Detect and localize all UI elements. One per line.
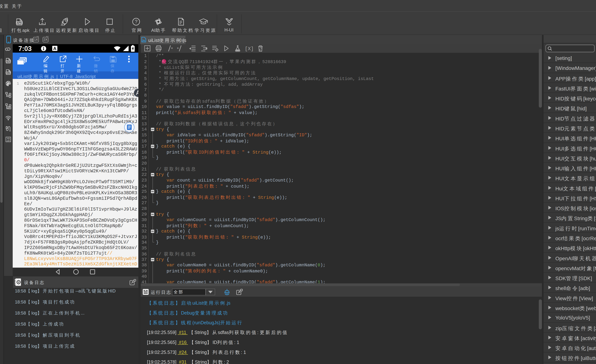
- svg-text:*: *: [176, 47, 179, 52]
- svg-text:APK: APK: [6, 60, 10, 62]
- svg-text:?: ?: [135, 19, 137, 24]
- svg-text:[X]: [X]: [246, 46, 253, 52]
- svg-text:*: *: [171, 47, 173, 52]
- svg-text:A: A: [53, 46, 56, 51]
- svg-text:XML: XML: [6, 72, 10, 74]
- svg-text:LO: LO: [7, 139, 10, 142]
- svg-text:APK: APK: [16, 21, 22, 24]
- svg-text:Js: Js: [142, 39, 145, 42]
- svg-text:HID: HID: [6, 108, 9, 110]
